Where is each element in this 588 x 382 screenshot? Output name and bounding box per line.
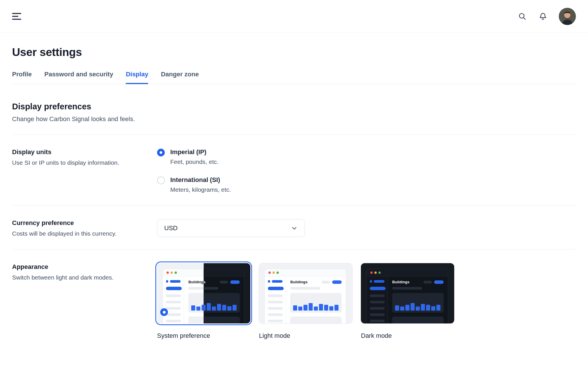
mini-chart-panel xyxy=(290,293,342,313)
mini-chart-bar xyxy=(227,306,231,311)
radio-unselected-icon[interactable] xyxy=(157,177,165,184)
mini-logo xyxy=(370,280,384,283)
mini-secondary-button xyxy=(322,281,330,284)
section-title: Display preferences xyxy=(12,102,576,111)
mini-nav-item-active xyxy=(268,287,284,290)
appearance-caption: System preference xyxy=(157,332,250,340)
mini-nav-item xyxy=(268,307,283,310)
mini-nav-item-active xyxy=(166,287,182,290)
radio-sublabel: Meters, kilograms, etc. xyxy=(170,186,231,193)
currency-row: Currency preference Costs will be displa… xyxy=(12,205,576,249)
appearance-option-dark-mode[interactable]: BuildingsDark mode xyxy=(361,263,454,340)
mini-logo-dot xyxy=(166,280,168,283)
mini-nav-item xyxy=(166,320,181,322)
mini-secondary-button xyxy=(423,281,432,284)
mini-chart-bar xyxy=(196,307,200,311)
mini-nav-item xyxy=(370,313,385,316)
radio-label: International (SI) xyxy=(170,176,231,184)
mini-sidebar xyxy=(265,276,286,323)
radio-texts: Imperial (IP)Feet, pounds, etc. xyxy=(170,148,218,165)
search-icon[interactable] xyxy=(517,11,527,21)
radio-label: Imperial (IP) xyxy=(170,148,218,156)
mini-logo-dot xyxy=(370,280,372,283)
mini-chart-bar xyxy=(405,305,409,311)
radio-option-international-si[interactable]: International (SI)Meters, kilograms, etc… xyxy=(157,176,576,193)
appearance-labels: Appearance Switch between light and dark… xyxy=(12,263,157,340)
preview-layer-light: Buildings xyxy=(259,263,352,323)
appearance-label: Appearance xyxy=(12,263,157,271)
currency-description: Costs will be displayed in this currency… xyxy=(12,230,157,237)
section-subtitle: Change how Carbon Signal looks and feels… xyxy=(12,115,576,123)
mini-sidebar xyxy=(367,276,388,323)
mini-chart-bar xyxy=(207,303,211,311)
display-units-labels: Display units Use SI or IP units to disp… xyxy=(12,148,157,193)
topbar-actions xyxy=(517,8,576,25)
mini-logo-bar xyxy=(374,280,384,283)
mini-nav-item xyxy=(166,313,181,316)
tab-password-and-security[interactable]: Password and security xyxy=(44,71,113,84)
currency-select[interactable]: USD xyxy=(157,219,305,237)
settings-tabs: ProfilePassword and securityDisplayDange… xyxy=(12,71,576,84)
currency-label: Currency preference xyxy=(12,219,157,227)
display-units-label: Display units xyxy=(12,148,157,156)
mini-chart-bar xyxy=(233,305,237,311)
mini-nav-item xyxy=(370,307,385,310)
tab-display[interactable]: Display xyxy=(126,71,148,84)
appearance-option-system-preference[interactable]: BuildingsBuildingsSystem preference xyxy=(157,263,250,340)
mini-chart-bar xyxy=(400,307,404,311)
bell-icon[interactable] xyxy=(538,11,548,21)
mini-nav-item xyxy=(370,294,385,297)
currency-select-value: USD xyxy=(164,224,177,232)
mini-chart-bar xyxy=(212,307,216,311)
radio-sublabel: Feet, pounds, etc. xyxy=(170,158,218,165)
mini-logo-bar xyxy=(170,280,181,283)
tab-profile[interactable]: Profile xyxy=(12,71,32,84)
display-units-row: Display units Use SI or IP units to disp… xyxy=(12,135,576,205)
traffic-light-green xyxy=(175,272,177,274)
traffic-light-yellow xyxy=(374,272,377,274)
mini-chart-bars xyxy=(395,303,440,311)
mini-chart-bar xyxy=(395,305,399,311)
appearance-option-light-mode[interactable]: BuildingsLight mode xyxy=(259,263,352,340)
mini-main-area: Buildings xyxy=(286,276,346,323)
mini-chart-bar xyxy=(411,303,415,311)
mini-logo-dot xyxy=(268,280,270,283)
appearance-preview-split[interactable]: BuildingsBuildings xyxy=(157,263,250,323)
mini-logo xyxy=(268,280,283,283)
mini-nav-item-active xyxy=(370,287,386,290)
traffic-light-red xyxy=(370,272,373,274)
avatar[interactable] xyxy=(559,8,576,25)
radio-texts: International (SI)Meters, kilograms, etc… xyxy=(170,176,231,193)
mini-header-row: Buildings xyxy=(392,280,444,284)
mini-window-title: Buildings xyxy=(290,280,307,284)
mini-chart-bar xyxy=(319,304,323,311)
mini-nav-item xyxy=(268,320,283,322)
radio-selected-icon[interactable] xyxy=(157,149,165,156)
mini-chart-bar xyxy=(217,304,221,311)
mini-app-window: Buildings xyxy=(367,269,448,323)
hamburger-icon[interactable] xyxy=(12,13,21,20)
mini-chart-bar xyxy=(329,306,333,311)
settings-page: User settings ProfilePassword and securi… xyxy=(0,46,588,352)
mini-window-body: Buildings xyxy=(367,276,448,323)
appearance-options: BuildingsBuildingsSystem preferenceBuild… xyxy=(157,263,576,340)
mini-logo-bar xyxy=(272,280,283,283)
mini-primary-button xyxy=(332,280,342,284)
traffic-light-red xyxy=(268,272,271,274)
mini-chart-bar xyxy=(303,305,307,311)
currency-labels: Currency preference Costs will be displa… xyxy=(12,219,157,237)
radio-option-imperial-ip[interactable]: Imperial (IP)Feet, pounds, etc. xyxy=(157,148,576,165)
appearance-preview-dark[interactable]: Buildings xyxy=(361,263,454,323)
appearance-preview-light[interactable]: Buildings xyxy=(259,263,352,323)
tab-danger-zone[interactable]: Danger zone xyxy=(161,71,199,84)
mini-header-row: Buildings xyxy=(290,280,342,284)
appearance-caption: Light mode xyxy=(259,332,352,340)
mini-chart-bar xyxy=(191,305,195,311)
mini-chart-bars xyxy=(293,303,339,311)
mini-nav-item xyxy=(268,313,283,316)
mini-chart-bar xyxy=(334,305,339,311)
mini-window-title: Buildings xyxy=(392,280,409,284)
mini-app-window: Buildings xyxy=(265,269,346,323)
display-units-options: Imperial (IP)Feet, pounds, etc.Internati… xyxy=(157,148,576,193)
traffic-light-green xyxy=(378,272,381,274)
